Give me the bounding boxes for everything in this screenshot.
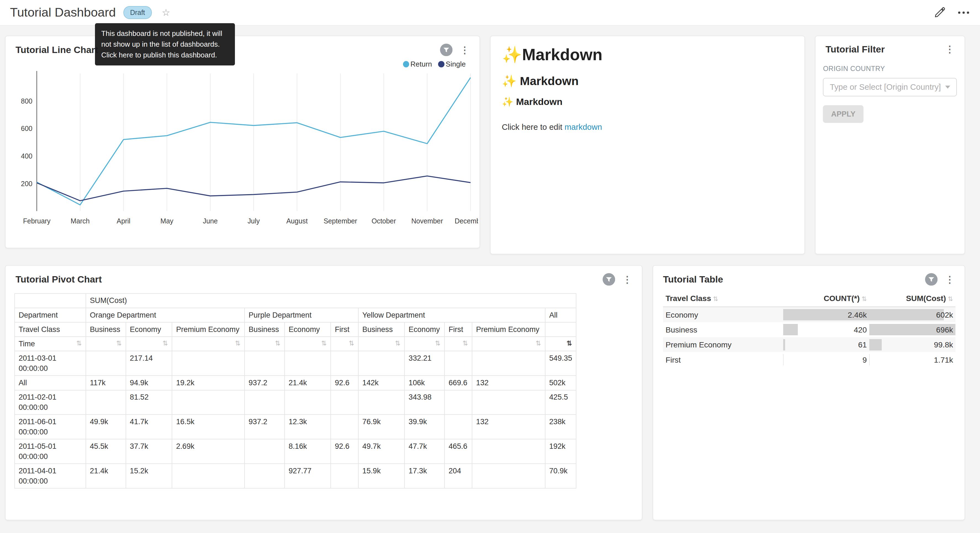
legend-item[interactable]: Single — [438, 60, 465, 69]
kebab-menu-icon[interactable]: ⋮ — [621, 274, 633, 285]
svg-text:April: April — [117, 217, 130, 225]
markdown-footer-text: Click here to edit — [502, 122, 565, 131]
pivot-row: All117k94.9k19.2k937.221.4k92.6142k106k6… — [14, 376, 576, 390]
sort-icon[interactable]: ⇅ — [76, 339, 82, 348]
pivot-dimension-label: Department — [14, 308, 86, 322]
kebab-menu-icon[interactable]: ⋮ — [944, 274, 956, 285]
pivot-value-cell: 92.6 — [331, 376, 358, 390]
origin-country-select[interactable]: Type or Select [Origin Country] — [823, 78, 957, 97]
pivot-column-header: First — [331, 322, 358, 337]
table-column-header[interactable]: COUNT(*)⇅ — [783, 290, 869, 307]
pivot-value-cell: 15.2k — [126, 464, 172, 488]
chart-legend: ReturnSingle — [6, 59, 479, 69]
pivot-row-label: 2011-06-01 00:00:00 — [14, 415, 86, 439]
count-cell: 420 — [783, 322, 869, 337]
pivot-value-cell — [358, 351, 405, 376]
pivot-sort-header[interactable]: ⇅ — [285, 337, 331, 351]
pivot-sort-header[interactable]: ⇅ — [172, 337, 245, 351]
table-column-header[interactable]: Travel Class⇅ — [663, 290, 783, 307]
pivot-value-cell — [86, 390, 126, 415]
pivot-value-cell: 12.3k — [285, 415, 331, 439]
pivot-value-cell: 41.7k — [126, 415, 172, 439]
pivot-value-cell — [172, 390, 245, 415]
legend-dot-icon — [438, 61, 444, 67]
svg-text:November: November — [411, 217, 443, 225]
sum-cell: 1.71k — [869, 352, 955, 367]
travel-class-cell: Economy — [663, 307, 783, 322]
pivot-sort-header[interactable]: ⇅ — [404, 337, 444, 351]
sort-icon[interactable]: ⇅ — [235, 339, 240, 348]
favorite-star-icon[interactable]: ☆ — [162, 7, 170, 18]
sort-icon[interactable]: ⇅ — [348, 339, 354, 348]
pivot-group-header: Yellow Department — [358, 308, 545, 322]
pivot-sort-header[interactable]: ⇅ — [86, 337, 126, 351]
table-column-header[interactable]: SUM(Cost)⇅ — [869, 290, 955, 307]
svg-text:July: July — [248, 217, 260, 225]
sort-icon[interactable]: ⇅ — [162, 339, 168, 348]
sum-cell: 602k — [869, 307, 955, 322]
pivot-chart-card: Tutorial Pivot Chart ⋮ SUM(Cost)Departme… — [5, 265, 643, 520]
sort-icon[interactable]: ⇅ — [321, 339, 327, 348]
pivot-sort-header[interactable]: ⇅ — [126, 337, 172, 351]
filter-indicator-icon[interactable] — [440, 44, 452, 56]
svg-text:May: May — [161, 217, 173, 225]
pivot-sort-header[interactable]: ⇅ — [545, 337, 576, 351]
pivot-value-cell: 238k — [545, 415, 576, 439]
filter-indicator-icon[interactable] — [603, 273, 615, 286]
pivot-value-cell: 92.6 — [331, 439, 358, 464]
kebab-menu-icon[interactable]: ⋮ — [944, 44, 956, 55]
sort-icon[interactable]: ⇅ — [395, 339, 401, 348]
travel-class-cell: Business — [663, 322, 783, 337]
sort-icon[interactable]: ⇅ — [462, 339, 468, 348]
publish-tooltip: This dashboard is not published, it will… — [95, 23, 235, 65]
pivot-value-cell: 549.35 — [545, 351, 576, 376]
pivot-value-cell — [285, 390, 331, 415]
markdown-edit-link[interactable]: markdown — [565, 122, 602, 131]
pivot-value-cell — [172, 464, 245, 488]
filter-card-title: Tutorial Filter — [826, 44, 943, 55]
pivot-value-cell — [245, 439, 285, 464]
sort-icon[interactable]: ⇅ — [536, 339, 541, 348]
pivot-value-cell: 937.2 — [245, 415, 285, 439]
pivot-column-header: Economy — [126, 322, 172, 337]
pivot-sort-header[interactable]: ⇅ — [331, 337, 358, 351]
apply-button[interactable]: APPLY — [823, 105, 864, 123]
pivot-column-header: Business — [245, 322, 285, 337]
more-options-icon[interactable] — [957, 11, 970, 14]
markdown-heading-3: ✨ Markdown — [502, 96, 793, 107]
filter-indicator-icon[interactable] — [925, 273, 937, 286]
data-table: Travel Class⇅COUNT(*)⇅SUM(Cost)⇅Economy2… — [663, 290, 956, 367]
sort-icon[interactable]: ⇅ — [435, 339, 441, 348]
sort-icon[interactable]: ⇅ — [275, 339, 280, 348]
pivot-value-cell: 425.5 — [545, 390, 576, 415]
pivot-value-cell: 37.7k — [126, 439, 172, 464]
edit-pencil-icon[interactable] — [934, 7, 945, 18]
svg-text:800: 800 — [21, 97, 33, 105]
pivot-value-cell: 39.9k — [404, 415, 444, 439]
sort-icon[interactable]: ⇅ — [567, 339, 572, 348]
pivot-sort-header[interactable]: ⇅ — [444, 337, 472, 351]
dashboard-page: Tutorial Dashboard Draft ☆ This dashboar… — [0, 0, 980, 533]
pivot-value-cell: 132 — [472, 415, 545, 439]
count-cell: 61 — [783, 337, 869, 352]
kebab-menu-icon[interactable]: ⋮ — [459, 45, 471, 56]
pivot-value-cell — [358, 390, 405, 415]
pivot-card-title: Tutorial Pivot Chart — [16, 274, 602, 285]
legend-item[interactable]: Return — [403, 60, 432, 69]
status-badge[interactable]: Draft — [123, 6, 152, 19]
pivot-value-cell — [245, 351, 285, 376]
pivot-sort-header[interactable]: ⇅ — [472, 337, 545, 351]
svg-text:February: February — [23, 217, 51, 225]
table-card-title: Tutorial Table — [663, 274, 925, 285]
pivot-value-cell: 669.6 — [444, 376, 472, 390]
sort-icon[interactable]: ⇅ — [116, 339, 122, 348]
pivot-sort-header[interactable]: ⇅ — [245, 337, 285, 351]
pivot-value-cell: 45.5k — [86, 439, 126, 464]
pivot-row-dimension-header[interactable]: ⇅Time — [14, 337, 86, 351]
line-chart-card: Tutorial Line Chart ⋮ ReturnSingle 20040… — [5, 36, 480, 248]
pivot-value-cell: 142k — [358, 376, 405, 390]
sum-cell: 696k — [869, 322, 955, 337]
svg-text:June: June — [203, 217, 218, 225]
pivot-sort-header[interactable]: ⇅ — [358, 337, 405, 351]
table-card: Tutorial Table ⋮ Travel Class⇅COUNT(*)⇅S… — [652, 265, 965, 520]
